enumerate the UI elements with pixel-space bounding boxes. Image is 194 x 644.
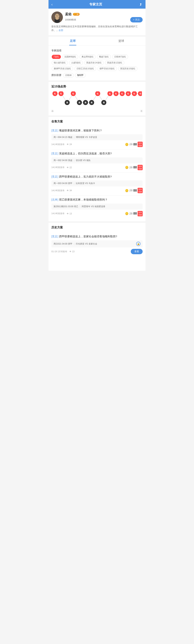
coin-icon: 🪙 <box>125 212 128 215</box>
sale-card: [竞足] 葡超联赛菜鸡互啄，谁能拿下胜利？ 周一004 04:15 葡超 | 博… <box>51 126 143 150</box>
profile-section: 孟佑 🏆 10 19380粉丝 + 关注 曾在某足球网站担任五年竞彩赛事情报编辑… <box>48 8 146 35</box>
stats-tag: 英超历史12连红 <box>105 60 124 65</box>
sale-info: 14小时前发布 👁 22 <box>51 166 72 169</box>
tab-football[interactable]: 足球 <box>48 37 97 46</box>
sale-published: 14小时前发布 <box>51 189 64 192</box>
specialty-label: 擅长联赛 <box>51 74 62 77</box>
profile-description: 曾在某足球网站担任五年竞彩赛事情报编辑，目前在某知名体育网站进行数据维护工作。.… <box>51 25 143 32</box>
sale-info: 14小时前发布 👁 34 <box>51 189 72 192</box>
price-new: 88 <box>133 166 137 169</box>
price-area[interactable]: 🪙 28 88 首单 优惠 <box>125 211 143 216</box>
svg-text:黑: 黑 <box>66 102 68 104</box>
profile-info: 孟佑 🏆 10 19380粉丝 + 关注 <box>65 12 143 22</box>
discount-badge: 首单 优惠 <box>138 188 143 193</box>
price-area[interactable]: 🪙 28 88 首单 优惠 <box>125 165 143 170</box>
svg-text:黑: 黑 <box>78 102 80 104</box>
sale-time: 周一002 04:00 英超 <box>54 159 72 162</box>
stats-tag: 英冠历史10连红 <box>118 66 138 71</box>
sale-meta: 周一002 04:00 英超 | 切尔西 VS 狼队 <box>51 158 143 164</box>
lock-icon: 🔒 <box>136 242 140 246</box>
history-title: 历史方案 <box>51 226 143 230</box>
trend-labels: 远 近 <box>51 110 143 112</box>
tab-basketball[interactable]: 篮球 <box>97 37 146 46</box>
stats-tag: 英超历史14连红 <box>84 60 104 65</box>
sale-tag: [竞足] <box>51 129 58 132</box>
sale-meta: 第25013期331 03:00 荷乙 | 阿贾青年 VS 埃因霍温青 <box>51 204 143 210</box>
follow-button[interactable]: + 关注 <box>130 17 143 22</box>
coin-icon: 🪙 <box>125 166 128 169</box>
sale-cards-container: [竞足] 葡超联赛菜鸡互啄，谁能拿下胜利？ 周一004 04:15 葡超 | 博… <box>51 126 143 218</box>
sale-published: 14小时前发布 <box>51 143 64 146</box>
stats-label: 专家战绩 <box>51 48 62 53</box>
history-cards-container: [竞足] 西甲联赛精选送上，皇家社会能否客场顺利取胜? 周日021 04:00 … <box>51 232 143 256</box>
history-published: 01-19 13:50发布 <box>51 250 67 253</box>
sale-tag: [竞足] <box>51 175 58 178</box>
history-section: 历史方案 [竞足] 西甲联赛精选送上，皇家社会能否客场顺利取胜? 周日021 0… <box>48 223 146 271</box>
price-area[interactable]: 🪙 28 88 首单 优惠 <box>125 142 143 147</box>
sale-card: [竞足] 西甲联赛精选送上，实力差距不大谁能取胜? 周一003 04:00 西甲… <box>51 172 143 196</box>
stats-tag: 瑞士超5连红 <box>52 60 68 65</box>
share-icon[interactable]: ⮭ <box>139 2 143 6</box>
svg-text:黑: 黑 <box>91 102 93 104</box>
svg-text:红: 红 <box>140 93 142 94</box>
discount-badge: 首单 优惠 <box>138 165 143 170</box>
stats-tag: 日联杯7连红 <box>112 54 128 59</box>
sale-time: 周一004 04:15 葡超 <box>54 136 72 139</box>
price-area[interactable]: 🪙 28 88 首单 优惠 <box>125 188 143 193</box>
trend-label-near: 近 <box>140 110 143 112</box>
page-title: 专家主页 <box>89 2 102 6</box>
svg-text:红: 红 <box>60 93 62 94</box>
svg-point-6 <box>58 15 58 16</box>
trend-section: 近15场走势 红 红 黑 红 黑 <box>48 82 146 116</box>
discount-badge: 首单 优惠 <box>138 211 143 216</box>
coin-icon: 🪙 <box>125 143 128 146</box>
sale-title: [竞足] 西甲联赛精选送上，实力差距不大谁能取胜? <box>51 175 143 179</box>
stats-tag: 葡超7连红 <box>97 54 111 59</box>
sale-published: 14小时前发布 <box>51 166 64 169</box>
sale-footer: 14小时前发布 👁 22 🪙 28 88 首单 优惠 <box>51 165 143 170</box>
stats-tag: 7连红 <box>52 55 61 59</box>
svg-text:红: 红 <box>72 93 74 94</box>
fans-count: 19380粉丝 <box>65 18 76 21</box>
trend-label-far: 远 <box>51 110 54 112</box>
history-time: 周日021 04:00 西甲 <box>54 242 72 246</box>
stats-tag: 德甲历史10连红 <box>98 66 117 71</box>
sale-views: 👁 24 <box>67 143 72 146</box>
desc-more-link[interactable]: 全部 <box>58 29 63 32</box>
svg-text:红: 红 <box>54 93 56 94</box>
sale-title: [北单] 荷乙联赛菜鸡互啄，本场谁能取得胜利？ <box>51 198 143 202</box>
profile-name-row: 孟佑 🏆 10 <box>65 12 143 16</box>
expert-name: 孟佑 <box>65 12 72 16</box>
sale-views: 👁 22 <box>67 166 72 169</box>
price-new: 88 <box>133 142 137 146</box>
sale-tag: [北单] <box>51 198 58 201</box>
sale-match: 阿贾青年 VS 埃因霍温青 <box>82 205 105 208</box>
history-info: 01-19 13:50发布 👁 13 <box>51 250 74 253</box>
svg-text:红: 红 <box>127 93 129 94</box>
for-sale-section: 在售方案 [竞足] 葡超联赛菜鸡互啄，谁能拿下胜利？ 周一004 04:15 葡… <box>48 117 146 221</box>
history-meta-left: 周日021 04:00 西甲 | 巴伦西亚 VS 皇家社会 <box>54 242 97 246</box>
view-button[interactable]: 查看 <box>131 249 143 254</box>
sale-footer: 14小时前发布 👁 13 🪙 28 88 首单 优惠 <box>51 211 143 216</box>
stats-tags: 7连红法国杯9连红奥运男8连红葡超7连红日联杯7连红瑞士超5连红土超5连红英超历… <box>51 54 143 71</box>
svg-text:红: 红 <box>109 93 111 94</box>
price-new: 88 <box>133 189 137 192</box>
profile-fans-row: 19380粉丝 + 关注 <box>65 17 143 22</box>
history-match: 巴伦西亚 VS 皇家社会 <box>76 242 97 246</box>
history-tag: [竞足] <box>51 235 58 238</box>
price-old: 28 <box>129 143 132 146</box>
avatar <box>51 12 63 23</box>
sale-footer: 14小时前发布 👁 34 🪙 28 88 首单 优惠 <box>51 188 143 193</box>
discount-badge: 首单 优惠 <box>138 142 143 147</box>
for-sale-title: 在售方案 <box>51 120 143 124</box>
stats-tag: 日职乙历史10连红 <box>74 66 96 71</box>
back-icon[interactable]: ‹ <box>51 2 53 6</box>
badge-icon: 🏆 <box>74 13 76 15</box>
sale-meta: 周一003 04:00 西甲 | 比利亚雷 VS 马洛卡 <box>51 180 143 186</box>
svg-text:红: 红 <box>133 93 136 94</box>
svg-text:红: 红 <box>121 93 123 94</box>
sale-tag: [竞足] <box>51 152 58 155</box>
history-footer: 01-19 13:50发布 👁 13 查看 <box>51 249 143 254</box>
history-title-text: [竞足] 西甲联赛精选送上，皇家社会能否客场顺利取胜? <box>51 234 143 238</box>
sale-card: [竞足] 英超精选送上，切尔西近况低迷，能否大胜? 周一002 04:00 英超… <box>51 149 143 172</box>
